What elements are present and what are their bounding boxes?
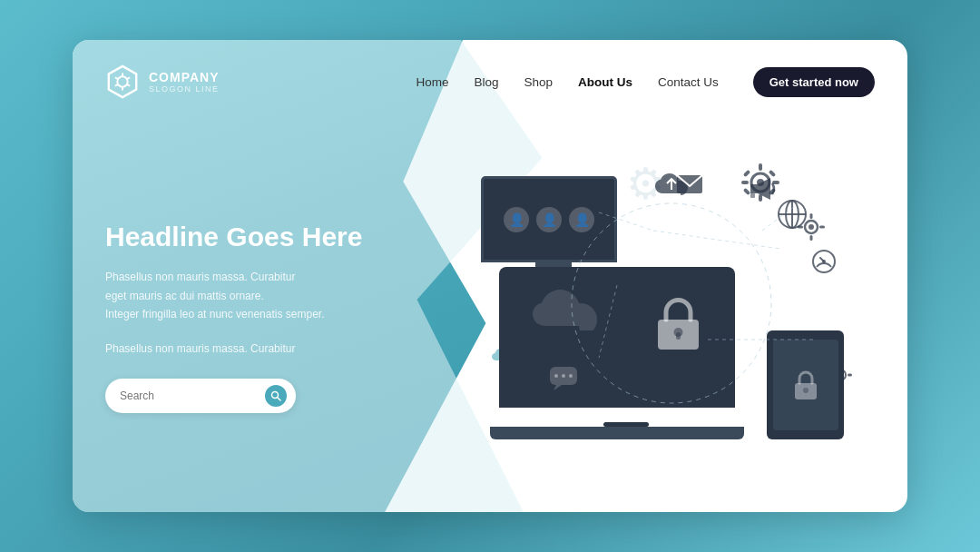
svg-line-11 — [653, 231, 780, 249]
svg-rect-47 — [798, 226, 803, 229]
hero-left: Headline Goes Here Phasellus non mauris … — [105, 212, 450, 413]
svg-rect-60 — [676, 332, 681, 340]
cta-button[interactable]: Get started now — [753, 67, 875, 97]
laptop-content — [499, 267, 735, 408]
logo-icon — [105, 64, 140, 99]
svg-point-1 — [117, 76, 127, 86]
svg-line-5 — [127, 84, 130, 86]
svg-rect-33 — [741, 181, 749, 184]
svg-point-63 — [554, 374, 558, 378]
hero-section: Headline Goes Here Phasellus non mauris … — [73, 104, 907, 512]
user-avatar-1: 👤 — [504, 207, 529, 232]
svg-rect-32 — [759, 194, 762, 202]
user-avatar-2: 👤 — [536, 207, 562, 232]
nav-shop[interactable]: Shop — [524, 75, 553, 89]
search-input[interactable] — [120, 389, 265, 402]
user-avatar-3: 👤 — [569, 207, 594, 232]
svg-rect-46 — [810, 235, 813, 241]
hero-headline: Headline Goes Here — [105, 221, 450, 253]
svg-rect-57 — [848, 374, 852, 377]
search-button[interactable] — [265, 385, 287, 407]
laptop-cloud-icon — [526, 281, 599, 330]
mail-icon — [676, 172, 703, 201]
svg-point-44 — [808, 224, 814, 230]
gear2-icon — [740, 163, 780, 212]
hero-right: ⚙ — [450, 113, 875, 512]
nav-contact[interactable]: Contact Us — [658, 75, 719, 89]
svg-line-6 — [115, 84, 118, 86]
laptop-lock-icon — [653, 294, 703, 353]
svg-rect-45 — [810, 213, 813, 219]
search-bar — [105, 379, 296, 413]
svg-point-8 — [272, 391, 279, 398]
svg-line-7 — [127, 77, 130, 79]
tablet-device — [767, 330, 844, 439]
monitor-screen: 👤 👤 👤 — [481, 176, 617, 262]
svg-marker-62 — [554, 385, 562, 390]
svg-rect-34 — [772, 181, 779, 184]
svg-point-51 — [822, 260, 826, 263]
svg-rect-37 — [743, 188, 750, 195]
gear3-icon — [797, 212, 826, 248]
nav-blog[interactable]: Blog — [474, 75, 498, 89]
search-icon — [270, 390, 281, 401]
logo-text: COMPANY SLOGON LINE — [149, 70, 220, 94]
svg-point-30 — [757, 179, 764, 186]
hero-body2: Phasellus non mauris massa. Curabitur — [105, 340, 359, 358]
devices-illustration: ⚙ — [472, 158, 853, 467]
nav-home[interactable]: Home — [416, 75, 448, 89]
company-name: COMPANY — [149, 70, 220, 85]
main-card: COMPANY SLOGON LINE Home Blog Shop About… — [73, 40, 907, 512]
svg-point-67 — [803, 388, 808, 393]
svg-point-65 — [569, 374, 573, 378]
hero-body1: Phasellus non mauris massa. Curabitur eg… — [105, 268, 377, 323]
laptop-screen — [499, 267, 735, 408]
speedometer-icon — [811, 249, 837, 281]
svg-rect-31 — [759, 163, 762, 171]
svg-rect-36 — [769, 170, 776, 177]
laptop-device — [499, 267, 753, 439]
svg-marker-0 — [109, 66, 136, 97]
svg-rect-35 — [743, 170, 750, 177]
navbar: COMPANY SLOGON LINE Home Blog Shop About… — [73, 40, 907, 104]
nav-about[interactable]: About Us — [578, 75, 632, 89]
svg-rect-48 — [819, 226, 825, 229]
nav-links: Home Blog Shop About Us Contact Us Get s… — [416, 67, 875, 97]
svg-line-9 — [278, 398, 280, 400]
svg-line-4 — [115, 77, 118, 79]
laptop-base — [490, 427, 744, 439]
tablet-lock-icon — [793, 369, 818, 401]
svg-point-64 — [562, 374, 565, 378]
chat-bubble-icon — [549, 366, 582, 391]
company-slogan: SLOGON LINE — [149, 84, 220, 94]
tablet-screen — [773, 340, 838, 430]
svg-rect-38 — [769, 188, 776, 195]
logo-area: COMPANY SLOGON LINE — [105, 64, 220, 99]
